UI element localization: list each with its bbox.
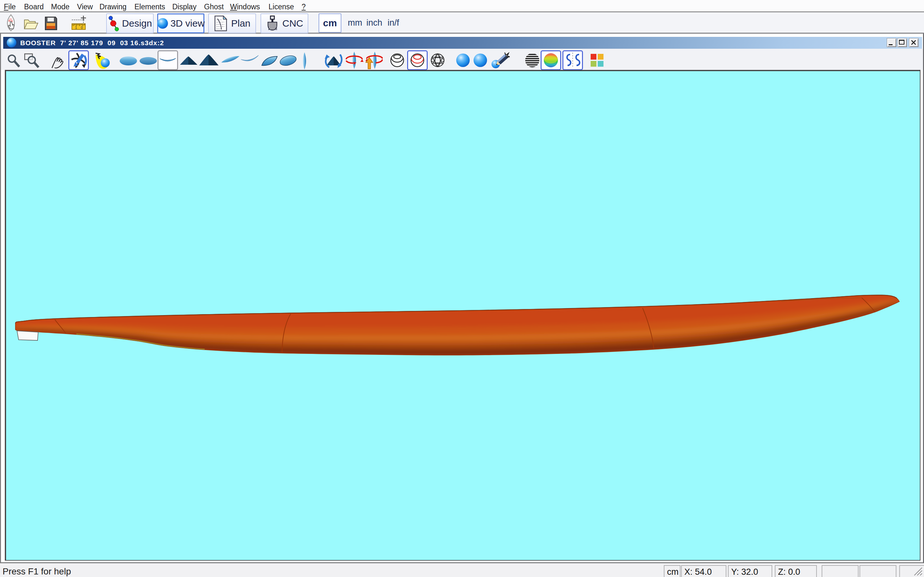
svg-text:1: 1: [75, 26, 77, 29]
svg-text:0: 0: [81, 26, 83, 29]
